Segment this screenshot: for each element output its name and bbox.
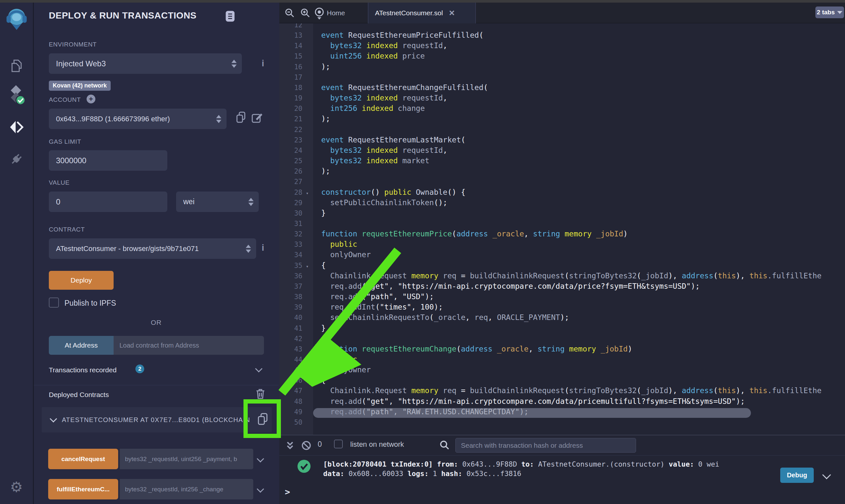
value-amount: 0 <box>56 197 60 206</box>
cancel-request-button[interactable]: cancelRequest <box>48 449 118 469</box>
chevron-down-icon[interactable] <box>257 455 264 463</box>
chevron-down-icon[interactable] <box>822 470 831 479</box>
fulfill-ethereum-change-button[interactable]: fulfillEthereumC... <box>48 479 118 500</box>
or-divider-label: OR <box>34 319 279 326</box>
code-line[interactable]: 43 function requestEthereumChange(addres… <box>279 344 822 354</box>
code-line[interactable]: 35▾ { <box>279 260 822 271</box>
block-icon[interactable] <box>301 440 312 452</box>
trash-icon[interactable] <box>256 388 265 401</box>
plugin-manager-icon[interactable] <box>0 151 33 167</box>
horizontal-scrollbar[interactable] <box>313 408 751 418</box>
check-circle-icon <box>297 459 311 475</box>
gas-limit-value: 3000000 <box>56 156 86 165</box>
account-label: ACCOUNT <box>49 96 81 103</box>
code-line[interactable]: 38 req.add("path", "USD"); <box>279 291 822 302</box>
code-line[interactable]: 29 setPublicChainlinkToken(); <box>279 197 822 208</box>
code-line[interactable]: 45 onlyOwner <box>279 364 822 375</box>
code-line[interactable]: 20 int256 indexed change <box>279 103 822 113</box>
info-icon[interactable]: i <box>262 58 264 69</box>
code-line[interactable]: 42 <box>279 333 822 344</box>
code-line[interactable]: 24 bytes32 indexed requestId, <box>279 145 822 156</box>
code-line[interactable]: 31 <box>279 218 822 229</box>
code-line[interactable]: 50 <box>279 417 822 427</box>
contract-select[interactable]: ATestnetConsumer - browser/gists/9b71e07… <box>49 238 256 259</box>
code-line[interactable]: 27 <box>279 176 822 187</box>
close-icon[interactable]: ✕ <box>449 9 455 18</box>
transaction-log[interactable]: [block:20780401 txIndex:0] from: 0x643..… <box>323 460 719 478</box>
value-input[interactable]: 0 <box>49 192 167 212</box>
code-line[interactable]: 39 req.addInt("times", 100); <box>279 302 822 312</box>
code-line[interactable]: 19 bytes32 indexed requestId, <box>279 93 822 103</box>
solidity-compiler-icon[interactable] <box>0 85 33 106</box>
transaction-search-input[interactable] <box>455 438 636 453</box>
code-line[interactable]: 14 bytes32 indexed requestId, <box>279 40 822 51</box>
fold-arrow-icon[interactable]: ▾ <box>303 261 312 271</box>
value-label: VALUE <box>49 179 70 186</box>
code-line[interactable]: 33 public <box>279 239 822 249</box>
code-line[interactable]: 21 ); <box>279 113 822 124</box>
plus-circle-icon[interactable]: + <box>87 95 96 103</box>
code-line[interactable]: 23 event RequestEthereumLastMarket( <box>279 134 822 145</box>
at-address-input[interactable] <box>114 336 264 355</box>
fold-arrow-icon[interactable]: ▾ <box>303 188 312 198</box>
fulfill-params-input[interactable] <box>120 479 253 500</box>
terminal-prompt[interactable]: > <box>285 487 290 497</box>
network-badge: Kovan (42) network <box>49 80 111 91</box>
zoom-out-icon[interactable] <box>284 8 295 19</box>
code-line[interactable]: 37 req.add("get", "https://min-api.crypt… <box>279 281 822 291</box>
listen-network-checkbox[interactable] <box>334 439 343 448</box>
publish-ipfs-checkbox[interactable] <box>49 298 59 308</box>
compile-success-badge <box>16 95 25 105</box>
code-line[interactable]: 18 event RequestEthereumChangeFulfilled( <box>279 82 822 93</box>
select-arrows-icon <box>216 115 221 123</box>
zoom-in-icon[interactable] <box>300 8 311 19</box>
code-line[interactable]: 41 } <box>279 323 822 333</box>
tab-home[interactable]: Home <box>327 3 345 23</box>
environment-select[interactable]: Injected Web3 <box>49 53 242 74</box>
account-select[interactable]: 0x643...9F88D (1.666673996 ether) <box>49 109 227 129</box>
fold-arrow-icon[interactable]: ▾ <box>303 376 312 386</box>
code-line[interactable]: 46▾ { <box>279 375 822 385</box>
copy-icon[interactable] <box>236 111 246 125</box>
code-line[interactable]: 13 event RequestEthereumPriceFulfilled( <box>279 30 822 40</box>
code-line[interactable]: 36 Chainlink.Request memory req = buildC… <box>279 271 822 281</box>
code-editor[interactable]: 1213 event RequestEthereumPriceFulfilled… <box>279 23 845 435</box>
code-line[interactable]: 22 <box>279 124 822 134</box>
settings-gear-icon[interactable]: ⚙ <box>0 480 33 494</box>
terminal: 0 listen on network [block:20780401 txIn… <box>279 435 845 504</box>
code-line[interactable]: 28▾ constructor() public Ownable() { <box>279 187 822 197</box>
chevron-down-icon[interactable] <box>255 365 263 373</box>
log-line-2: data: 0x608...60033 logs: 1 hash: 0x53c.… <box>323 469 719 478</box>
code-line[interactable]: 48 req.add("get", "https://min-api.crypt… <box>279 396 822 407</box>
code-line[interactable]: 25 bytes32 indexed market <box>279 156 822 166</box>
tab-active-file[interactable]: ATestnetConsumer.sol ✕ <box>368 3 476 23</box>
chevron-down-icon[interactable] <box>257 485 264 493</box>
code-line[interactable]: 30 } <box>279 208 822 218</box>
info-icon[interactable]: i <box>262 243 264 253</box>
code-line[interactable]: 40 sendChainlinkRequestTo(_oracle, req, … <box>279 312 822 323</box>
edit-icon[interactable] <box>251 112 263 125</box>
code-line[interactable]: 32 function requestEthereumPrice(address… <box>279 229 822 239</box>
at-address-button[interactable]: At Address <box>49 336 114 355</box>
code-line[interactable]: 34 onlyOwner <box>279 249 822 260</box>
expand-icon[interactable] <box>286 441 294 452</box>
cancel-request-params-input[interactable] <box>120 449 253 469</box>
code-line[interactable]: 44 public <box>279 354 822 364</box>
code-line[interactable]: 17 <box>279 72 822 82</box>
chevron-down-icon[interactable] <box>50 415 57 423</box>
file-explorer-icon[interactable] <box>0 58 33 75</box>
deploy-run-icon[interactable] <box>0 119 33 135</box>
deployed-contract-instance[interactable]: ATESTNETCONSUMER AT 0X7E7...E80D1 (BLOCK… <box>42 407 272 432</box>
code-line[interactable]: 16 ); <box>279 61 822 72</box>
publish-ipfs-label: Publish to IPFS <box>65 299 116 308</box>
code-line[interactable]: 12 <box>279 23 822 30</box>
tab-active-label: ATestnetConsumer.sol <box>375 9 443 17</box>
code-line[interactable]: 26 ); <box>279 166 822 176</box>
deploy-button[interactable]: Deploy <box>49 271 114 290</box>
debug-button[interactable]: Debug <box>780 468 814 483</box>
value-unit-select[interactable]: wei <box>176 192 259 212</box>
code-line[interactable]: 15 uint256 indexed price <box>279 51 822 61</box>
tabs-dropdown-button[interactable]: 2 tabs <box>815 6 844 18</box>
code-line[interactable]: 47 Chainlink.Request memory req = buildC… <box>279 385 822 396</box>
gas-limit-input[interactable]: 3000000 <box>49 150 167 171</box>
